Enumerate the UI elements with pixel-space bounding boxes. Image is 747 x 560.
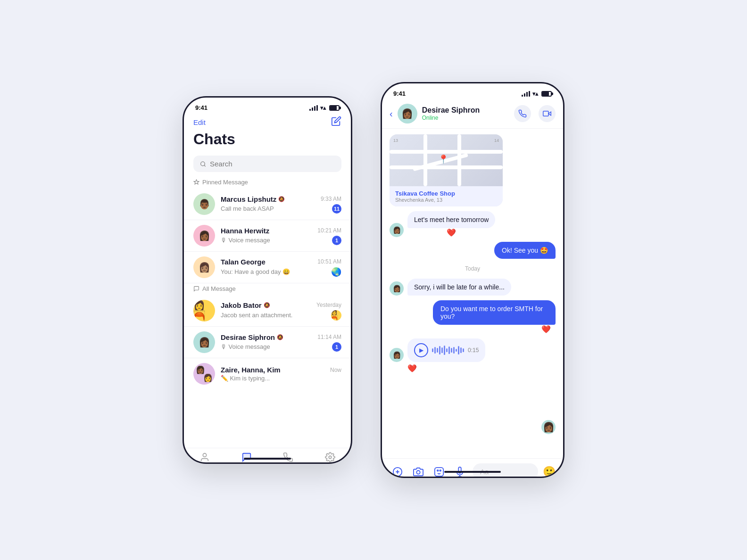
left-phone: 9:41 ▾▴ Edit Chats P xyxy=(183,96,352,464)
avatar-jakob: 👩🦰 xyxy=(193,300,215,321)
chat-name-group: Zaire, Hanna, Kim xyxy=(221,366,281,374)
status-bar-right: 9:41 ▾▴ xyxy=(382,83,563,100)
pinned-section-label: Pinned Message xyxy=(184,177,351,189)
home-indicator-left xyxy=(244,458,291,460)
video-icon xyxy=(543,109,551,118)
floating-avatar: 👩🏾 xyxy=(541,420,556,434)
back-button[interactable]: ‹ xyxy=(390,108,393,119)
contact-status: Online xyxy=(422,115,480,121)
messages-area: 📍 14 13 Tsikava Coffee Shop Shevchenka A… xyxy=(382,129,563,458)
signal-bars-right xyxy=(522,91,530,97)
mute-icon-desirae: 🔕 xyxy=(277,334,283,340)
voice-play-button[interactable]: ▶ xyxy=(414,343,428,357)
map-pin-icon: 📍 xyxy=(438,154,448,165)
badge-talan: 🌏 xyxy=(331,267,341,277)
msg-avatar-voice: 👩🏾 xyxy=(390,348,404,362)
nav-settings[interactable]: Settings xyxy=(309,452,351,464)
contact-name: Desirae Siphron xyxy=(422,106,480,115)
svg-point-9 xyxy=(416,470,420,474)
wifi-icon-right: ▾▴ xyxy=(532,91,538,97)
edit-button[interactable]: Edit xyxy=(193,118,206,126)
signal-bars-left xyxy=(309,105,318,111)
nav-contact[interactable]: Contact xyxy=(184,452,226,464)
chat-name-talan: Talan George xyxy=(221,258,266,266)
svg-rect-5 xyxy=(543,111,548,116)
status-icons-left: ▾▴ xyxy=(309,105,340,111)
svg-line-1 xyxy=(204,165,205,166)
plus-icon xyxy=(392,467,403,477)
map-place-name: Tsikava Coffee Shop xyxy=(395,190,497,197)
voice-message-container: 👩🏾 ▶ xyxy=(390,338,556,373)
svg-point-3 xyxy=(329,456,332,459)
voice-msg-received: 👩🏾 ▶ xyxy=(390,338,485,362)
chat-icon xyxy=(241,452,252,462)
home-indicator-right xyxy=(444,471,501,473)
header-actions xyxy=(514,105,556,122)
msg-received-sorry: 👩🏾 Sorry, i will be late for a while... xyxy=(390,279,556,296)
avatar-marcus: 👨🏾 xyxy=(193,193,215,215)
day-separator: Today xyxy=(390,265,556,272)
svg-point-11 xyxy=(437,469,439,471)
chat-preview-group: ✏️ Kim is typing... xyxy=(221,375,270,382)
chat-item-jakob[interactable]: 👩🦰 Jakob Bator 🔕 Yesterday Jacob sent an… xyxy=(184,295,351,327)
search-bar[interactable] xyxy=(193,156,341,172)
voice-waveform xyxy=(432,345,464,356)
camera-button[interactable] xyxy=(410,464,426,478)
chats-header: Edit Chats xyxy=(184,114,351,152)
status-bar-left: 9:41 ▾▴ xyxy=(184,98,351,114)
msg-avatar-received-2: 👩🏾 xyxy=(390,281,404,296)
video-call-button[interactable] xyxy=(539,105,556,122)
chat-time-desirae: 11:14 AM xyxy=(317,334,341,340)
chat-item-desirae[interactable]: 👩🏾 Desirae Siphron 🔕 11:14 AM 🎙 Voice me… xyxy=(184,327,351,358)
msg-avatar-received-1: 👩🏾 xyxy=(390,223,404,237)
chat-name-marcus: Marcus Lipshutz 🔕 xyxy=(221,195,285,203)
chat-item-group[interactable]: 👩🏾 👩 Zaire, Hanna, Kim Now ✏️ Kim is typ… xyxy=(184,358,351,389)
msg-bubble-sorry: Sorry, i will be late for a while... xyxy=(407,279,511,296)
compose-button[interactable] xyxy=(331,116,341,129)
msg-received-meet: 👩🏾 Let's meet here tomorrow ❤️ xyxy=(390,211,556,237)
badge-desirae: 1 xyxy=(332,342,341,352)
header-info: Desirae Siphron Online xyxy=(422,106,480,121)
search-input[interactable] xyxy=(210,160,335,168)
voice-bubble[interactable]: ▶ xyxy=(407,338,485,362)
emoji-button[interactable]: 🙂 xyxy=(543,466,556,478)
chat-time-group: Now xyxy=(330,367,341,373)
voice-duration: 0:15 xyxy=(468,347,479,354)
bottom-nav: Contact Chat Call Settings xyxy=(184,448,351,464)
badge-hanna: 1 xyxy=(332,236,341,245)
add-button[interactable] xyxy=(390,464,406,478)
mute-icon-marcus: 🔕 xyxy=(278,196,285,202)
chat-detail-screen: ‹ 👩🏾 Desirae Siphron Online xyxy=(382,100,563,478)
chat-time-marcus: 9:33 AM xyxy=(321,196,341,202)
msg-sent-ok: Ok! See you 🤩 xyxy=(390,242,556,259)
map-message: 📍 14 13 Tsikava Coffee Shop Shevchenka A… xyxy=(390,134,503,206)
settings-icon xyxy=(325,452,335,462)
avatar-talan: 👩🏽 xyxy=(193,256,215,278)
map-label: Tsikava Coffee Shop Shevchenka Ave, 13 xyxy=(390,186,503,206)
msg-bubble-order: Do you want me to order SMTH for you? xyxy=(433,300,556,325)
sticker-icon xyxy=(434,467,444,477)
pin-icon xyxy=(193,179,199,185)
avatar-group: 👩🏾 👩 xyxy=(193,363,215,385)
msg-bubble-meet: Let's meet here tomorrow xyxy=(407,211,495,228)
chat-item-hanna[interactable]: 👩🏾 Hanna Herwitz 10:21 AM 🎙 Voice messag… xyxy=(184,220,351,252)
chat-item-marcus[interactable]: 👨🏾 Marcus Lipshutz 🔕 9:33 AM Call me bac… xyxy=(184,189,351,220)
map-visual: 📍 14 13 xyxy=(390,134,503,186)
camera-icon xyxy=(413,467,423,477)
reaction-order: ❤️ xyxy=(541,325,556,334)
avatar-hanna: 👩🏾 xyxy=(193,225,215,247)
map-place-address: Shevchenka Ave, 13 xyxy=(395,197,497,203)
chat-preview-desirae: 🎙 Voice message xyxy=(221,343,270,350)
battery-right xyxy=(541,91,552,97)
voice-call-button[interactable] xyxy=(514,105,531,122)
chat-item-talan[interactable]: 👩🏽 Talan George 10:51 AM You: Have a goo… xyxy=(184,252,351,283)
chats-screen: Edit Chats Pinned Message 👨🏾 xyxy=(184,114,351,464)
chat-preview-jakob: Jacob sent an attachment. xyxy=(221,312,292,319)
right-phone: 9:41 ▾▴ ‹ 👩🏾 Desirae Siphron Online xyxy=(381,82,564,478)
status-time-left: 9:41 xyxy=(195,104,208,111)
phone-icon xyxy=(518,109,527,118)
all-section-label: All Message xyxy=(184,283,351,295)
chat-detail-header: ‹ 👩🏾 Desirae Siphron Online xyxy=(382,100,563,129)
svg-marker-4 xyxy=(548,112,551,115)
chat-preview-hanna: 🎙 Voice message xyxy=(221,237,270,244)
